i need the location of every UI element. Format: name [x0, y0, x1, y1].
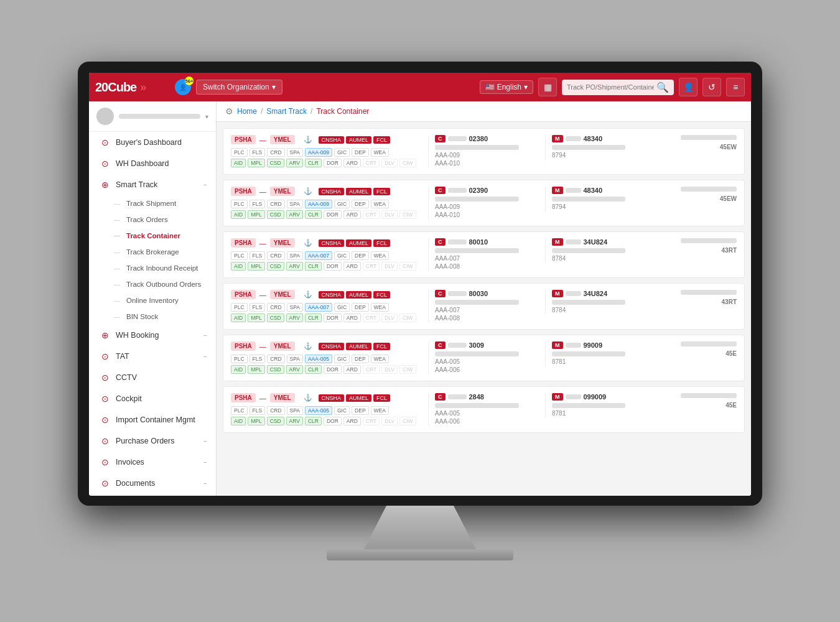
- step-pill: CSD: [267, 159, 284, 167]
- card-po-label: C 80010: [435, 238, 540, 246]
- step-pill: CRT: [363, 313, 380, 322]
- step-pill: CRT: [363, 365, 380, 374]
- main-layout: ▾ ⊙ Buyer's Dashboard ⊙ WH Dashboard ⊕ S…: [89, 101, 751, 496]
- card-master-label: M 34U824: [552, 290, 657, 297]
- sidebar-item-cockpit[interactable]: ⊙ Cockpit: [89, 388, 216, 409]
- step-pill: CRT: [363, 210, 380, 219]
- sidebar-item-wh-dashboard[interactable]: ⊙ WH Dashboard: [89, 153, 216, 174]
- route-to: YMEL: [270, 238, 295, 248]
- po-ref: AAA-008: [435, 315, 540, 322]
- step-pill[interactable]: AAA-007: [305, 303, 332, 312]
- card-po: C 80030 AAA-007AAA-008: [428, 290, 540, 323]
- sidebar-item-online-inventory[interactable]: Online Inventory: [89, 292, 216, 309]
- card-master: M 48340 8794: [545, 187, 657, 211]
- ship-icon: ⚓: [304, 290, 312, 299]
- sidebar-item-import-container[interactable]: ⊙ Import Container Mgmt: [89, 409, 216, 430]
- po-number: 02390: [469, 187, 488, 194]
- sidebar-item-buyers-dashboard[interactable]: ⊙ Buyer's Dashboard: [89, 132, 216, 153]
- card-po: C 80010 AAA-007AAA-008: [428, 238, 540, 271]
- monitor-frame: 20Cube » 👤 56+ Switch Organization ▾ 🇺🇸 …: [78, 62, 762, 506]
- invoices-expand-icon[interactable]: −: [203, 459, 207, 466]
- sidebar-item-track-outbound[interactable]: Track Outbound Orders: [89, 276, 216, 292]
- notification-badge[interactable]: 👤 56+: [175, 79, 191, 95]
- po-number: 80030: [469, 290, 488, 297]
- po-ref: AAA-005: [435, 358, 540, 365]
- switch-org-button[interactable]: Switch Organization ▾: [196, 80, 282, 95]
- sidebar-item-documents[interactable]: ⊙ Documents −: [89, 473, 216, 494]
- po-ref: AAA-006: [435, 418, 540, 425]
- step-pill: CRD: [267, 355, 284, 363]
- sidebar: ▾ ⊙ Buyer's Dashboard ⊙ WH Dashboard ⊕ S…: [89, 101, 217, 496]
- language-selector[interactable]: 🇺🇸 English ▾: [480, 80, 533, 94]
- chevron-down-icon: ▾: [272, 83, 276, 91]
- po-label-box: C: [435, 341, 446, 349]
- smart-track-collapse-icon[interactable]: −: [203, 182, 207, 188]
- sidebar-item-bin-stock[interactable]: BIN Stock: [89, 309, 216, 325]
- step-pill: CLR: [305, 262, 322, 271]
- user-icon-button[interactable]: 👤: [679, 78, 698, 96]
- po-ref: AAA-007: [435, 255, 540, 262]
- step-pill[interactable]: AAA-007: [305, 251, 332, 260]
- card-master-label: M 48340: [552, 187, 657, 194]
- container-type: 45EW: [720, 195, 737, 202]
- step-pill: PLC: [231, 406, 248, 415]
- wh-booking-expand-icon[interactable]: −: [203, 332, 207, 339]
- search-input[interactable]: [567, 83, 654, 91]
- route-separator: —: [259, 136, 266, 144]
- sidebar-label-buyers-dashboard: Buyer's Dashboard: [116, 138, 207, 147]
- lang-label: English: [497, 83, 521, 91]
- documents-expand-icon[interactable]: −: [203, 480, 207, 487]
- step-pill: ARV: [286, 262, 303, 271]
- sidebar-item-wh-booking[interactable]: ⊕ WH Booking −: [89, 325, 216, 346]
- po-expand-icon[interactable]: −: [203, 438, 207, 445]
- refresh-icon-button[interactable]: ↺: [702, 78, 721, 96]
- menu-icon-button[interactable]: ≡: [726, 78, 745, 96]
- sidebar-item-smart-track[interactable]: ⊕ Smart Track −: [89, 174, 216, 195]
- sidebar-item-purchase-orders[interactable]: ⊙ Purchase Orders −: [89, 430, 216, 452]
- sidebar-item-cctv[interactable]: ⊙ CCTV: [89, 367, 216, 388]
- step-pill: MPL: [248, 365, 264, 374]
- logo-arrow-icon: »: [140, 81, 146, 94]
- breadcrumb-home[interactable]: Home: [237, 107, 257, 116]
- po-number: 02380: [469, 135, 488, 142]
- step-pill: MPL: [248, 313, 264, 322]
- sidebar-item-track-container[interactable]: Track Container: [89, 228, 216, 244]
- sidebar-item-track-brokerage[interactable]: Track Brokerage: [89, 244, 216, 260]
- card-left: PSHA — YMEL ⚓ CNSHAAUMELFCL PLCFLSCRDSPA…: [231, 238, 423, 271]
- sidebar-label-cctv: CCTV: [116, 373, 207, 382]
- steps-row1: PLCFLSCRDSPAAAA-005GICDEPWEA: [231, 406, 423, 415]
- track-container-label: Track Container: [126, 232, 180, 239]
- monitor-stand: [364, 506, 476, 549]
- step-pill: WEA: [371, 148, 389, 157]
- sidebar-item-track-shipment[interactable]: Track Shipment: [89, 195, 216, 211]
- step-pill[interactable]: AAA-009: [305, 200, 332, 208]
- step-pill: CRD: [267, 251, 284, 260]
- master-number: 34U824: [584, 238, 608, 246]
- search-box[interactable]: 🔍: [562, 80, 674, 95]
- grid-icon-button[interactable]: ▦: [538, 78, 557, 96]
- card-master-label: M 099009: [552, 393, 657, 401]
- steps-row2: AIDMPLCSDARVCLRDORARDCRTDLVCIW: [231, 262, 423, 271]
- step-pill: PLC: [231, 251, 248, 260]
- sidebar-item-tat[interactable]: ⊙ TAT −: [89, 346, 216, 367]
- sidebar-item-track-orders[interactable]: Track Orders: [89, 211, 216, 228]
- po-blur-line: [435, 403, 519, 408]
- step-pill[interactable]: AAA-005: [305, 406, 332, 415]
- badge-fcl: FCL: [373, 188, 390, 195]
- tat-expand-icon[interactable]: −: [203, 353, 207, 360]
- step-pill: ARV: [286, 313, 303, 322]
- card-master-label: M 99009: [552, 341, 657, 349]
- step-pill: FLS: [250, 303, 266, 312]
- carrier-badges: CNSHAAUMELFCL: [319, 291, 391, 299]
- step-pill: MPL: [248, 210, 264, 219]
- sidebar-item-track-inbound[interactable]: Track Inbound Receipt: [89, 260, 216, 276]
- po-label-box: C: [435, 187, 446, 194]
- badge-fcl: FCL: [373, 394, 390, 402]
- sidebar-item-invoices[interactable]: ⊙ Invoices −: [89, 452, 216, 473]
- po-icon: ⊙: [100, 436, 111, 446]
- breadcrumb-smart-track[interactable]: Smart Track: [266, 107, 307, 116]
- step-pill[interactable]: AAA-009: [305, 148, 332, 157]
- step-pill[interactable]: AAA-005: [305, 355, 332, 363]
- step-pill: DOR: [324, 159, 342, 167]
- steps-row2: AIDMPLCSDARVCLRDORARDCRTDLVCIW: [231, 313, 423, 322]
